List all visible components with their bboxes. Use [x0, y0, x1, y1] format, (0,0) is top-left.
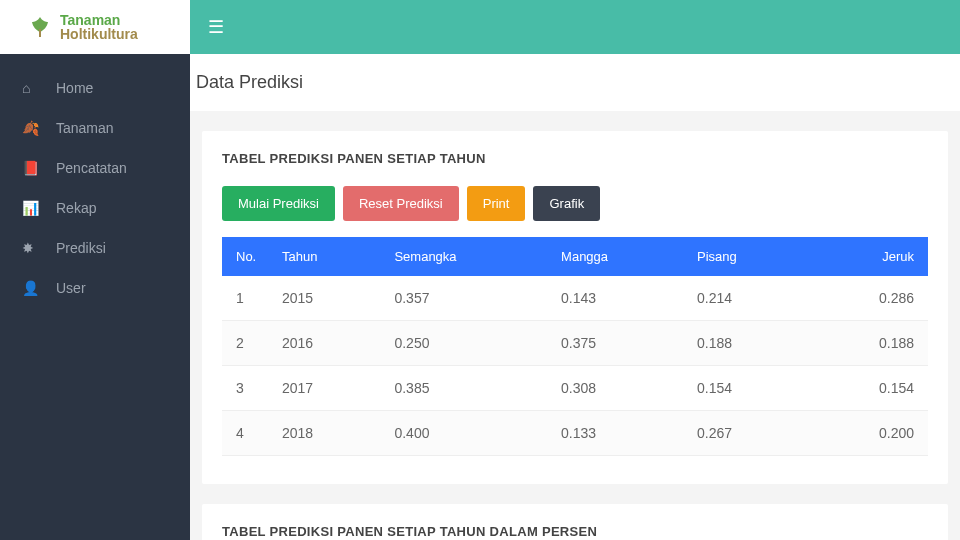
print-button[interactable]: Print [467, 186, 526, 221]
prediction-table: No. Tahun Semangka Mangga Pisang Jeruk 1… [222, 237, 928, 456]
user-icon: 👤 [22, 280, 38, 296]
button-row: Mulai Prediksi Reset Prediksi Print Graf… [222, 186, 928, 221]
col-tahun: Tahun [272, 237, 384, 276]
cell-tahun: 2018 [272, 411, 384, 456]
cell-tahun: 2017 [272, 366, 384, 411]
brand-text: Tanaman Holtikultura [60, 13, 138, 41]
sidebar: ⌂Home 🍂Tanaman 📕Pencatatan 📊Rekap ✸Predi… [0, 54, 190, 540]
sidebar-item-prediksi[interactable]: ✸Prediksi [0, 228, 190, 268]
cell-no: 2 [222, 321, 272, 366]
cell-mangga: 0.308 [551, 366, 687, 411]
cell-pisang: 0.214 [687, 276, 808, 321]
sidebar-item-label: Rekap [56, 200, 96, 216]
sidebar-item-label: Pencatatan [56, 160, 127, 176]
book-icon: 📕 [22, 160, 38, 176]
sidebar-item-label: User [56, 280, 86, 296]
sidebar-item-pencatatan[interactable]: 📕Pencatatan [0, 148, 190, 188]
cell-no: 3 [222, 366, 272, 411]
sidebar-item-rekap[interactable]: 📊Rekap [0, 188, 190, 228]
plant-icon [28, 15, 52, 39]
sidebar-item-label: Tanaman [56, 120, 114, 136]
leaf-icon: 🍂 [22, 120, 38, 136]
table-row: 120150.3570.1430.2140.286 [222, 276, 928, 321]
chart-icon: 📊 [22, 200, 38, 216]
cell-no: 4 [222, 411, 272, 456]
cell-tahun: 2015 [272, 276, 384, 321]
cell-mangga: 0.375 [551, 321, 687, 366]
reset-prediction-button[interactable]: Reset Prediksi [343, 186, 459, 221]
panel-prediction-percent: TABEL PREDIKSI PANEN SETIAP TAHUN DALAM … [202, 504, 948, 540]
cell-pisang: 0.188 [687, 321, 808, 366]
chart-button[interactable]: Grafik [533, 186, 600, 221]
col-jeruk: Jeruk [808, 237, 928, 276]
cell-semangka: 0.250 [384, 321, 551, 366]
menu-toggle-icon[interactable]: ☰ [208, 16, 224, 38]
col-pisang: Pisang [687, 237, 808, 276]
panel-prediction: TABEL PREDIKSI PANEN SETIAP TAHUN Mulai … [202, 131, 948, 484]
table-row: 220160.2500.3750.1880.188 [222, 321, 928, 366]
cell-mangga: 0.143 [551, 276, 687, 321]
cell-pisang: 0.267 [687, 411, 808, 456]
logo-area: Tanaman Holtikultura [0, 0, 190, 54]
table-row: 320170.3850.3080.1540.154 [222, 366, 928, 411]
sidebar-item-tanaman[interactable]: 🍂Tanaman [0, 108, 190, 148]
home-icon: ⌂ [22, 80, 38, 96]
cell-jeruk: 0.200 [808, 411, 928, 456]
cell-jeruk: 0.154 [808, 366, 928, 411]
sidebar-item-label: Prediksi [56, 240, 106, 256]
content-area: Data Prediksi TABEL PREDIKSI PANEN SETIA… [190, 54, 960, 540]
panel-title: TABEL PREDIKSI PANEN SETIAP TAHUN DALAM … [222, 524, 928, 539]
cell-semangka: 0.400 [384, 411, 551, 456]
sidebar-item-user[interactable]: 👤User [0, 268, 190, 308]
cell-jeruk: 0.188 [808, 321, 928, 366]
page-title: Data Prediksi [190, 54, 960, 111]
sidebar-item-home[interactable]: ⌂Home [0, 68, 190, 108]
col-mangga: Mangga [551, 237, 687, 276]
cell-semangka: 0.385 [384, 366, 551, 411]
brand-line1: Tanaman [60, 13, 138, 27]
start-prediction-button[interactable]: Mulai Prediksi [222, 186, 335, 221]
table-row: 420180.4000.1330.2670.200 [222, 411, 928, 456]
cell-semangka: 0.357 [384, 276, 551, 321]
col-semangka: Semangka [384, 237, 551, 276]
cell-jeruk: 0.286 [808, 276, 928, 321]
topbar: Tanaman Holtikultura ☰ [0, 0, 960, 54]
cell-mangga: 0.133 [551, 411, 687, 456]
brand-line2: Holtikultura [60, 27, 138, 41]
col-no: No. [222, 237, 272, 276]
sidebar-item-label: Home [56, 80, 93, 96]
cell-pisang: 0.154 [687, 366, 808, 411]
cell-no: 1 [222, 276, 272, 321]
cell-tahun: 2016 [272, 321, 384, 366]
wand-icon: ✸ [22, 240, 38, 256]
panel-title: TABEL PREDIKSI PANEN SETIAP TAHUN [222, 151, 928, 166]
